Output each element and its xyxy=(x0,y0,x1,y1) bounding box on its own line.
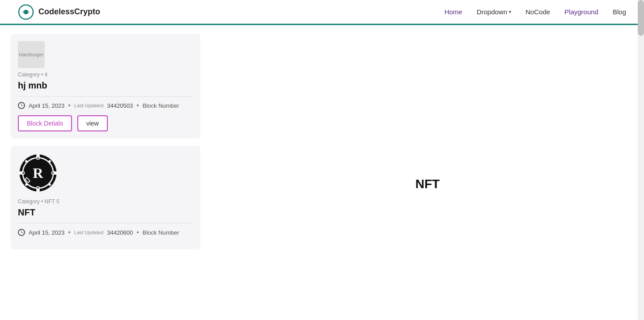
svg-point-15 xyxy=(25,160,27,162)
left-panel: Hamburger Category • 4 hj mnb April 15, … xyxy=(0,25,211,320)
card-2-date: April 15, 2023 xyxy=(29,229,64,236)
nav-blog[interactable]: Blog xyxy=(613,8,626,16)
card-2-meta: April 15, 2023 • Last Updated 34420600 •… xyxy=(18,229,193,236)
card-1-view-button[interactable]: view xyxy=(77,115,108,131)
card-2-last-updated: Last Updated xyxy=(74,230,103,235)
card-1-block-details-button[interactable]: Block Detials xyxy=(18,115,72,131)
svg-point-1 xyxy=(24,10,28,14)
dot-2: • xyxy=(136,102,139,109)
logo-icon xyxy=(18,4,34,20)
svg-point-14 xyxy=(53,171,56,174)
svg-point-13 xyxy=(20,171,23,174)
card-1-date: April 15, 2023 xyxy=(29,102,64,109)
svg-point-17 xyxy=(25,183,27,185)
card-2: R Category • NFT 5 NFT April 15, 2023 • … xyxy=(11,146,200,249)
card-1-last-updated: Last Updated xyxy=(74,103,103,108)
scrollbar-thumb[interactable] xyxy=(638,0,644,36)
card-1: Hamburger Category • 4 hj mnb April 15, … xyxy=(11,34,200,139)
card-1-divider xyxy=(18,96,193,97)
card-1-block-value: 34420503 xyxy=(107,102,133,109)
card-1-actions: Block Detials view xyxy=(18,115,193,131)
card-1-image: Hamburger xyxy=(18,41,45,68)
nav-dropdown[interactable]: Dropdown ▾ xyxy=(477,8,511,16)
rust-icon: R xyxy=(18,153,58,193)
dot-3: • xyxy=(68,229,71,236)
svg-point-11 xyxy=(36,155,39,158)
right-panel: NFT xyxy=(211,25,644,320)
nav-home[interactable]: Home xyxy=(445,8,462,16)
main-nav: Home Dropdown ▾ NoCode Playground Blog xyxy=(445,8,626,16)
card-2-title: NFT xyxy=(18,207,193,218)
card-2-category: Category • NFT 5 xyxy=(18,198,193,205)
card-2-block-value: 34420600 xyxy=(107,229,133,236)
nft-label: NFT xyxy=(415,177,440,191)
card-1-title: hj mnb xyxy=(18,80,193,91)
card-2-divider xyxy=(18,223,193,223)
nav-playground[interactable]: Playground xyxy=(564,8,598,16)
svg-text:R: R xyxy=(33,165,43,181)
card-1-category: Category • 4 xyxy=(18,72,193,78)
card-1-meta: April 15, 2023 • Last Updated 34420503 •… xyxy=(18,102,193,109)
clock-icon-2 xyxy=(18,229,25,236)
main-layout: Hamburger Category • 4 hj mnb April 15, … xyxy=(0,25,644,320)
logo-text: CodelessCrypto xyxy=(38,7,100,17)
clock-icon xyxy=(18,102,25,109)
svg-point-18 xyxy=(48,183,51,185)
svg-point-16 xyxy=(48,160,51,162)
scrollbar-track[interactable] xyxy=(638,0,644,320)
chevron-down-icon: ▾ xyxy=(509,9,511,14)
nav-nocode[interactable]: NoCode xyxy=(525,8,550,16)
card-2-block-label: Block Number xyxy=(143,229,179,236)
header: CodelessCrypto Home Dropdown ▾ NoCode Pl… xyxy=(0,0,644,25)
logo-link[interactable]: CodelessCrypto xyxy=(18,4,100,20)
dot-4: • xyxy=(136,229,139,236)
svg-point-12 xyxy=(36,188,39,191)
card-1-block-label: Block Number xyxy=(143,102,179,109)
dot-1: • xyxy=(68,102,71,109)
